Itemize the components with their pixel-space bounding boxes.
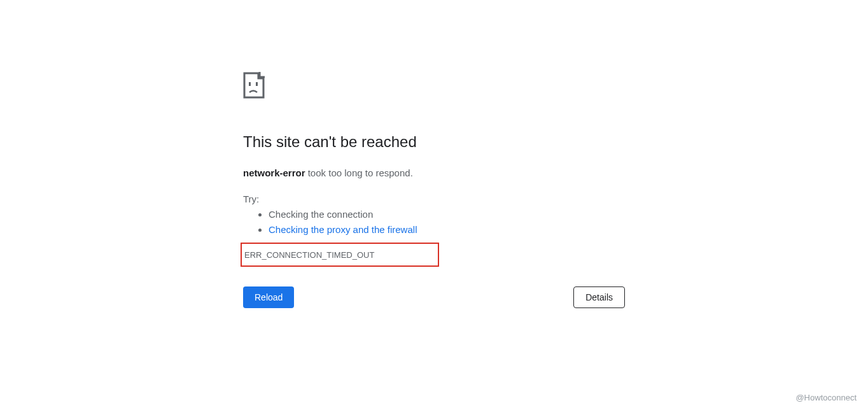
error-code: ERR_CONNECTION_TIMED_OUT bbox=[244, 250, 374, 260]
svg-rect-0 bbox=[249, 82, 251, 86]
error-message: network-error took too long to respond. bbox=[243, 167, 625, 178]
reload-button[interactable]: Reload bbox=[243, 286, 294, 308]
error-page-content: This site can't be reached network-error… bbox=[243, 72, 625, 267]
svg-rect-1 bbox=[256, 82, 258, 86]
suggestion-check-connection: Checking the connection bbox=[269, 207, 625, 222]
suggestion-check-proxy-firewall: Checking the proxy and the firewall bbox=[269, 222, 625, 237]
button-row: Reload Details bbox=[243, 286, 625, 308]
try-label: Try: bbox=[243, 194, 625, 204]
error-hostname: network-error bbox=[243, 167, 305, 178]
suggestions-list: Checking the connection Checking the pro… bbox=[243, 207, 625, 237]
error-heading: This site can't be reached bbox=[243, 133, 625, 151]
frown-page-icon bbox=[243, 72, 625, 101]
details-button[interactable]: Details bbox=[573, 286, 625, 308]
error-message-suffix: took too long to respond. bbox=[305, 167, 413, 178]
error-code-highlight: ERR_CONNECTION_TIMED_OUT bbox=[241, 243, 439, 267]
watermark: @Howtoconnect bbox=[795, 393, 857, 402]
proxy-firewall-link[interactable]: Checking the proxy and the firewall bbox=[269, 224, 417, 235]
